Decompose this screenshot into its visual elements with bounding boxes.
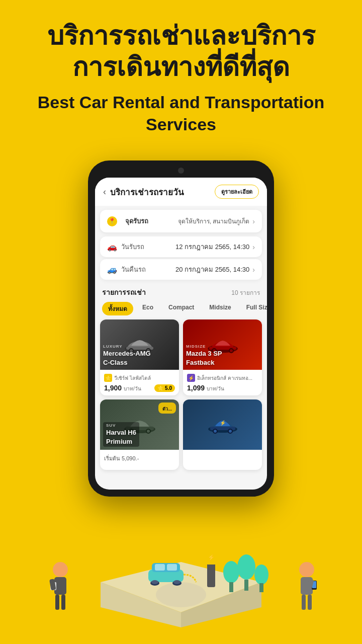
car-card-ev[interactable]: ⚡ bbox=[183, 399, 262, 470]
app-header-title: บริการเช่ารถรายวัน bbox=[110, 185, 184, 199]
svg-point-42 bbox=[237, 554, 255, 580]
pickup-car-icon: 🚗 bbox=[107, 242, 117, 252]
notch-dot bbox=[178, 168, 184, 174]
return-car-icon: 🚙 bbox=[107, 265, 117, 274]
detail-button[interactable]: ดูรายละเอียด bbox=[215, 185, 259, 199]
app-header-left: ‹ บริการเช่ารถรายวัน bbox=[103, 185, 184, 199]
svg-text:⚡: ⚡ bbox=[208, 553, 215, 561]
car-badge-mazda: MIDSIZE Mazda 3 SPFastback bbox=[186, 344, 222, 367]
location-label: จุดรับรถ bbox=[125, 216, 148, 226]
svg-rect-37 bbox=[207, 562, 215, 587]
provider-icon-mazda: ⚡ bbox=[187, 374, 195, 382]
filter-tab-compact[interactable]: Compact bbox=[162, 302, 200, 315]
hero-section: บริการรถเช่าและบริการ การเดินทางที่ดีที่… bbox=[0, 0, 362, 145]
filter-tab-fullsize[interactable]: Full Size bbox=[240, 302, 267, 315]
svg-point-46 bbox=[53, 562, 68, 577]
phone-screen: ‹ บริการเช่ารถรายวัน ดูรายละเอียด 📍 จุดร… bbox=[95, 178, 267, 490]
car-badge-harval: SUV Harval H6Primium bbox=[103, 422, 139, 447]
svg-point-21 bbox=[214, 430, 217, 433]
car-badge-mercedes: LUXURY Mercedes-AMGC-Class bbox=[103, 344, 151, 367]
filter-tab-eco[interactable]: Eco bbox=[136, 302, 159, 315]
svg-rect-32 bbox=[167, 564, 177, 571]
hero-text: บริการรถเช่าและบริการ การเดินทางที่ดีที่… bbox=[0, 0, 362, 145]
car-list-header: รายการรถเช่า 10 รายการ bbox=[95, 282, 267, 300]
car-card-harval[interactable]: ตัว... SUV Harval H6Primium เริ่มต้น 5,0… bbox=[100, 399, 179, 470]
phone-notch bbox=[95, 168, 267, 174]
return-label: วันคืนรถ bbox=[121, 264, 146, 275]
return-value: 20 กรกฎาคม 2565, 14:30 bbox=[175, 264, 249, 275]
filter-tab-midsize[interactable]: Midsize bbox=[203, 302, 237, 315]
pickup-chevron-icon: › bbox=[252, 243, 255, 251]
price-mercedes: 1,900 บาท/วัน bbox=[104, 384, 141, 392]
svg-rect-57 bbox=[308, 595, 312, 610]
location-card[interactable]: 📍 จุดรับรถ จุดให้บริการ, สนามบินภูเก็ต › bbox=[100, 210, 262, 232]
svg-point-17 bbox=[147, 430, 150, 433]
svg-rect-31 bbox=[155, 564, 165, 571]
return-date-card[interactable]: 🚙 วันคืนรถ 20 กรกฎาคม 2565, 14:30 › bbox=[100, 259, 262, 280]
svg-rect-49 bbox=[61, 595, 65, 610]
provider-name-mercedes: วีเชิร์ฟ ไลฟ์สไตล์ bbox=[114, 374, 151, 382]
svg-point-35 bbox=[151, 580, 158, 584]
provider-name-mazda: อิเล็กทรอนิกส์ คาเรนทอ... bbox=[197, 374, 252, 382]
hero-title-thai: บริการรถเช่าและบริการ การเดินทางที่ดีที่… bbox=[30, 20, 332, 83]
filter-tab-all[interactable]: ทั้งหมด bbox=[102, 302, 133, 315]
hero-title-en: Best Car Rental and Transportation Servi… bbox=[30, 91, 332, 135]
svg-rect-43 bbox=[244, 580, 248, 591]
car-grid: LUXURY Mercedes-AMGC-Class ⭐ วีเชิร์ฟ ไล… bbox=[95, 319, 267, 475]
car-list-title: รายการรถเช่า bbox=[102, 287, 146, 298]
svg-point-28 bbox=[156, 582, 206, 607]
svg-point-11 bbox=[230, 349, 233, 352]
pickup-label: วันรับรถ bbox=[121, 242, 144, 252]
svg-rect-56 bbox=[302, 595, 306, 610]
location-value: จุดให้บริการ, สนามบินภูเก็ต bbox=[178, 216, 250, 226]
bottom-illustration: ⚡ bbox=[0, 497, 362, 642]
pickup-value: 12 กรกฎาคม 2565, 14:30 bbox=[175, 242, 249, 252]
phone-wrapper: ‹ บริการเช่ารถรายวัน ดูรายละเอียด 📍 จุดร… bbox=[0, 160, 362, 497]
svg-text:⚡: ⚡ bbox=[220, 420, 226, 426]
svg-point-54 bbox=[299, 562, 314, 577]
rating-mercedes: ⭐ 5.0 bbox=[154, 384, 175, 392]
car-card-mazda[interactable]: MIDSIZE Mazda 3 SPFastback ⚡ อิเล็กทรอนิ… bbox=[183, 319, 262, 395]
location-chevron-icon: › bbox=[252, 217, 255, 225]
svg-point-44 bbox=[254, 565, 268, 585]
svg-rect-48 bbox=[55, 595, 59, 610]
phone-frame: ‹ บริการเช่ารถรายวัน ดูรายละเอียด 📍 จุดร… bbox=[88, 160, 274, 497]
price-mazda: 1,099 บาท/วัน bbox=[187, 384, 224, 392]
app-header: ‹ บริการเช่ารถรายวัน ดูรายละเอียด bbox=[95, 178, 267, 206]
car-count-badge: 10 รายการ bbox=[231, 288, 260, 297]
pickup-date-card[interactable]: 🚗 วันรับรถ 12 กรกฎาคม 2565, 14:30 › bbox=[100, 236, 262, 257]
svg-point-40 bbox=[223, 561, 239, 583]
back-arrow-icon[interactable]: ‹ bbox=[103, 187, 106, 197]
svg-rect-41 bbox=[229, 582, 233, 592]
svg-point-23 bbox=[229, 430, 232, 433]
price-harval: เริ่มต้น 5,090.- bbox=[104, 454, 139, 463]
car-card-mercedes[interactable]: LUXURY Mercedes-AMGC-Class ⭐ วีเชิร์ฟ ไล… bbox=[100, 319, 179, 395]
filter-tabs: ทั้งหมด Eco Compact Midsize Full Size SU… bbox=[95, 300, 267, 319]
svg-point-36 bbox=[173, 580, 180, 584]
car-image-ev: ⚡ bbox=[183, 399, 262, 450]
svg-rect-45 bbox=[259, 583, 263, 592]
return-chevron-icon: › bbox=[252, 266, 255, 274]
location-icon: 📍 bbox=[107, 216, 117, 226]
provider-icon-mercedes: ⭐ bbox=[104, 374, 112, 382]
